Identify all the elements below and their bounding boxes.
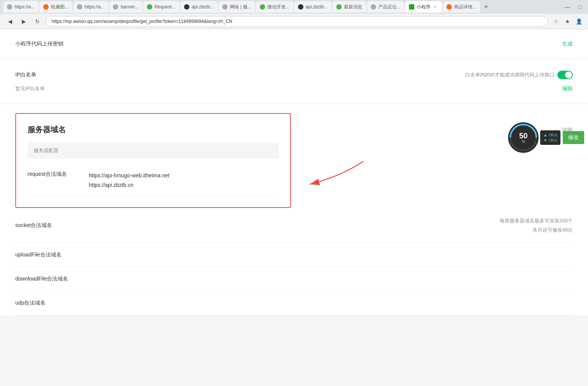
speed-download-row: ▼ 0K/s xyxy=(543,138,557,143)
tab-close-12[interactable]: × xyxy=(433,4,438,10)
back-button[interactable]: ◀ xyxy=(5,16,15,27)
domain-notes: 每类服务器域名最多可添加200个 本月还可修改49次 xyxy=(500,216,573,234)
tab-favicon-7 xyxy=(222,4,228,10)
speed-upload-row: ▲ 0K/s xyxy=(543,133,557,137)
bookmark-star-icon[interactable]: ☆ xyxy=(551,17,560,26)
profile-icon[interactable]: 👤 xyxy=(574,17,583,26)
browser-chrome: https://a... 轮播图... https://a... banner.… xyxy=(0,0,588,29)
upload-key-row: 小程序代码上传密钥 生成 xyxy=(15,41,573,47)
tab-bar: https://a... 轮播图... https://a... banner.… xyxy=(0,0,588,14)
upload-key-section: 小程序代码上传密钥 生成 xyxy=(0,29,588,59)
download-domain-row: downloadFile合法域名 xyxy=(15,267,573,291)
tab-label-4: banner... xyxy=(121,4,138,10)
tab-label-6: api.zbztb... xyxy=(192,4,214,10)
modify-button[interactable]: 修改 xyxy=(563,131,584,144)
speed-readings: ▲ 0K/s ▼ 0K/s xyxy=(540,130,560,145)
tab-5[interactable]: Request... xyxy=(143,1,179,13)
tab-1[interactable]: https://a... xyxy=(3,1,39,13)
ip-whitelist-title: IP白名单 xyxy=(15,71,36,78)
speed-up-value: 0K/s xyxy=(549,133,557,137)
upload-domain-row: uploadFile合法域名 xyxy=(15,243,573,267)
note1: 每类服务器域名最多可添加200个 xyxy=(500,216,573,225)
request-domain-key: request合法域名 xyxy=(28,171,89,178)
favorites-icon[interactable]: ★ xyxy=(563,17,572,26)
speed-circle: 50 % xyxy=(508,122,539,153)
page-content: 小程序代码上传密钥 生成 IP白名单 白名单内的IP才能成功调用代码上传接口 暂… xyxy=(0,29,588,386)
tab-13[interactable]: 商品详情... xyxy=(443,1,480,13)
floating-widget: 50 % ▲ 0K/s ▼ 0K/s 修改 xyxy=(508,122,584,153)
tab-label-1: https://a... xyxy=(15,4,35,10)
download-arrow-icon: ▼ xyxy=(543,138,547,143)
tab-favicon-6 xyxy=(184,4,189,10)
tab-label-9: api.zbztb... xyxy=(306,4,328,10)
ip-toggle-wrap: 白名单内的IP才能成功调用代码上传接口 xyxy=(465,71,573,79)
new-tab-button[interactable]: + xyxy=(481,2,492,12)
tab-label-3: https://a... xyxy=(85,4,105,10)
tab-favicon-5 xyxy=(147,4,152,10)
tab-label-11: 产品定位... xyxy=(378,4,401,10)
edit-button[interactable]: 编辑 xyxy=(562,85,573,92)
request-domain-value1: https://api-hmugo-web.itheima.net xyxy=(89,171,169,180)
udp-domain-row: udp合法域名 xyxy=(15,291,573,315)
upload-arrow-icon: ▲ xyxy=(543,133,547,137)
server-domain-area: 服务器域名 服务器配置 request合法域名 https://api-hmug… xyxy=(0,104,588,315)
tab-11[interactable]: 产品定位... xyxy=(367,1,404,13)
ip-whitelist-section: IP白名单 白名单内的IP才能成功调用代码上传接口 暂无IP白名单 编辑 xyxy=(0,59,588,104)
server-domain-card: 服务器域名 服务器配置 request合法域名 https://api-hmug… xyxy=(15,113,291,208)
speed-percent-value: 50 xyxy=(519,132,528,139)
tab-2[interactable]: 轮播图... xyxy=(39,1,72,13)
tab-favicon-1 xyxy=(7,4,12,10)
tab-label-10: 最新消息 xyxy=(344,4,362,10)
tab-favicon-12 xyxy=(409,4,414,10)
address-bar-icons: ☆ ★ 👤 xyxy=(551,17,583,26)
tab-label-2: 轮播图... xyxy=(51,4,68,10)
tab-label-12: 小程序 xyxy=(417,4,430,10)
tab-10[interactable]: 最新消息 xyxy=(332,1,366,13)
tab-favicon-10 xyxy=(336,4,342,10)
forward-button[interactable]: ▶ xyxy=(18,16,29,27)
tab-4[interactable]: banner... xyxy=(109,1,142,13)
ip-whitelist-empty-row: 暂无IP白名单 编辑 xyxy=(15,85,573,92)
tab-favicon-11 xyxy=(371,4,376,10)
tab-label-5: Request... xyxy=(155,4,176,10)
tab-12[interactable]: 小程序 × xyxy=(405,1,442,13)
tab-favicon-3 xyxy=(77,4,82,10)
address-bar-row: ◀ ▶ ↻ ☆ ★ 👤 xyxy=(0,14,588,29)
speed-meter: 50 % xyxy=(508,122,539,153)
upload-key-label: 小程序代码上传密钥 xyxy=(15,41,64,47)
udp-domain-key: udp合法域名 xyxy=(15,300,46,307)
tab-favicon-2 xyxy=(43,4,49,10)
note2: 本月还可修改49次 xyxy=(500,225,573,234)
request-domain-row: request合法域名 https://api-hmugo-web.itheim… xyxy=(28,165,279,196)
tab-favicon-13 xyxy=(446,4,452,10)
address-input[interactable] xyxy=(46,16,548,27)
refresh-button[interactable]: ↻ xyxy=(32,16,43,27)
generate-button[interactable]: 生成 xyxy=(562,41,573,47)
tab-label-7: 网络 | 微... xyxy=(230,4,251,10)
tab-favicon-8 xyxy=(260,4,265,10)
full-page: https://a... 轮播图... https://a... banner.… xyxy=(0,0,588,386)
upload-domain-key: uploadFile合法域名 xyxy=(15,251,62,258)
tab-3[interactable]: https://a... xyxy=(73,1,109,13)
ip-whitelist-toggle[interactable] xyxy=(557,71,573,79)
tab-9[interactable]: api.zbztb... xyxy=(294,1,332,13)
speed-down-value: 0K/s xyxy=(549,138,557,143)
tab-favicon-4 xyxy=(113,4,118,10)
ip-whitelist-note: 白名单内的IP才能成功调用代码上传接口 xyxy=(465,71,554,78)
request-domain-value2: https://api.zbztb.cn xyxy=(89,180,169,190)
domain-list: socket合法域名 每类服务器域名最多可添加200个 本月还可修改49次 up… xyxy=(0,208,588,315)
tab-8[interactable]: 微信开发... xyxy=(256,1,293,13)
ip-whitelist-empty: 暂无IP白名单 xyxy=(15,85,45,92)
download-domain-key: downloadFile合法域名 xyxy=(15,276,68,282)
server-domain-padding: 服务器域名 服务器配置 request合法域名 https://api-hmug… xyxy=(0,104,588,208)
tab-6[interactable]: api.zbztb... xyxy=(180,1,218,13)
tab-label-13: 商品详情... xyxy=(454,4,476,10)
minimize-button[interactable]: — xyxy=(562,2,573,12)
speed-unit: % xyxy=(522,139,525,144)
socket-domain-row: socket合法域名 每类服务器域名最多可添加200个 本月还可修改49次 xyxy=(15,208,573,243)
request-domain-values: https://api-hmugo-web.itheima.net https:… xyxy=(89,171,169,190)
maximize-button[interactable]: □ xyxy=(574,2,585,12)
tab-label-8: 微信开发... xyxy=(267,4,290,10)
tab-7[interactable]: 网络 | 微... xyxy=(218,1,255,13)
socket-domain-key: socket合法域名 xyxy=(15,222,52,229)
